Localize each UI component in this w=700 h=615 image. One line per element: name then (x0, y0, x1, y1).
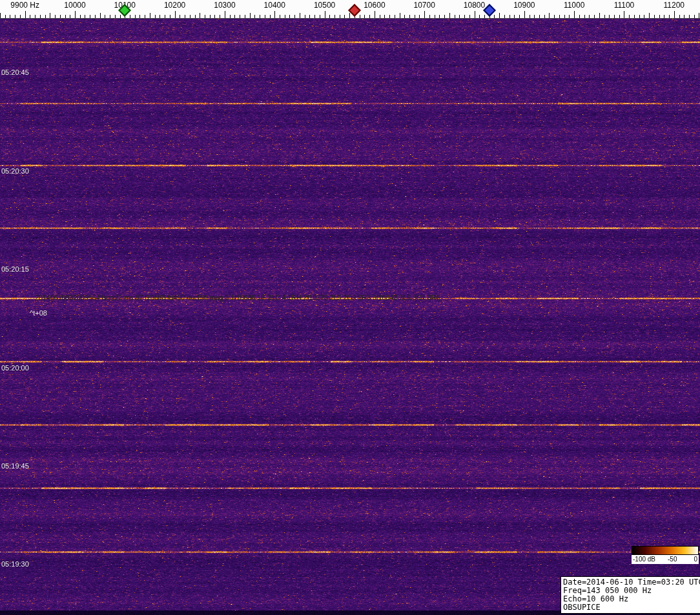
colorbar-label-min: -100 dB (633, 556, 655, 563)
frequency-tick-label: 11200 (664, 1, 685, 10)
frequency-tick-label: 10300 (214, 1, 235, 10)
colorbar-label-max: 0 (694, 556, 697, 563)
frequency-tick-label: 10000 (64, 1, 85, 10)
colorbar-labels: -100 dB -50 0 (632, 555, 699, 564)
time-label: 05:20:15 (1, 265, 29, 273)
colorbar-gradient (632, 546, 699, 555)
frequency-tick-label: 10400 (264, 1, 285, 10)
frequency-tick-label: 10600 (364, 1, 385, 10)
meteor-event-annotation: 20140610032009564 hcnt22 ms 87 f10688 fd… (35, 294, 440, 301)
meteor-t-offset-annotation: ^t+08 (30, 309, 47, 317)
spectrogram-canvas[interactable] (0, 18, 700, 615)
time-label: 05:20:30 (1, 167, 29, 175)
time-label: 05:19:45 (1, 462, 29, 470)
frequency-tick-label: 10900 (513, 1, 535, 10)
info-line-station: OBSUPICE (563, 603, 700, 612)
frequency-tick-label: 11000 (564, 1, 584, 10)
colorbar: -100 dB -50 0 (632, 546, 699, 564)
frequency-tick-label: 10700 (414, 1, 435, 10)
frequency-ruler[interactable]: 9900 Hz100001010010200103001040010500106… (0, 0, 700, 19)
frequency-tick-label: 10200 (164, 1, 185, 10)
frequency-tick-label: 9900 Hz (10, 1, 39, 10)
time-label: 05:20:45 (1, 68, 29, 76)
time-label: 05:19:30 (1, 560, 29, 568)
info-box: Date=2014-06-10 Time=03:20 UTC Freq=143 … (561, 576, 700, 614)
spectrogram-app: 9900 Hz100001010010200103001040010500106… (0, 0, 700, 615)
spectrogram-area[interactable]: 20140610032009564 hcnt22 ms 87 f10688 fd… (0, 18, 700, 615)
frequency-tick-label: 11100 (614, 1, 635, 10)
colorbar-label-mid: -50 (668, 556, 677, 563)
time-label: 05:20:00 (1, 364, 29, 372)
frequency-tick-label: 10500 (314, 1, 335, 10)
frequency-tick-label: 10800 (464, 1, 485, 10)
